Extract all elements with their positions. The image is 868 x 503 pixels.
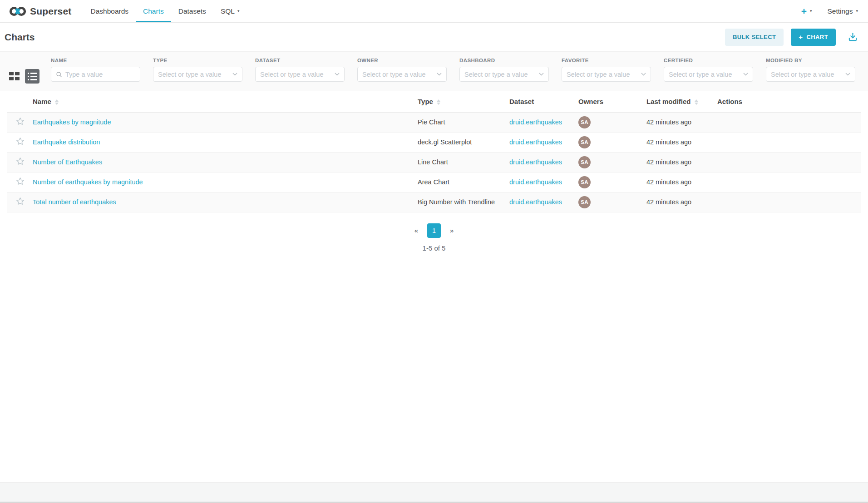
modified-by-filter-select[interactable]: Select or type a value xyxy=(766,67,855,82)
last-modified-column-header[interactable]: Last modified xyxy=(646,91,717,112)
list-view-toggle[interactable] xyxy=(25,69,39,84)
chart-name-link[interactable]: Earthquake distribution xyxy=(33,138,100,146)
favorite-column-header xyxy=(7,91,33,112)
row-actions xyxy=(717,192,861,212)
settings-menu[interactable]: Settings ▾ xyxy=(827,7,858,15)
pagination: « 1 » 1-5 of 5 xyxy=(0,223,868,252)
page-header: Charts BULK SELECT + CHART xyxy=(0,23,868,51)
favorite-star-button[interactable] xyxy=(16,137,25,146)
dataset-link[interactable]: druid.earthquakes xyxy=(509,158,562,166)
filter-field-dataset: DATASET Select or type a value xyxy=(255,58,345,82)
owner-avatar[interactable]: SA xyxy=(578,156,591,168)
owners-column-header: Owners xyxy=(578,91,646,112)
dataset-link[interactable]: druid.earthquakes xyxy=(509,118,562,126)
search-icon xyxy=(56,71,62,78)
list-icon xyxy=(28,79,39,80)
chart-name-link[interactable]: Total number of earthquakes xyxy=(33,198,116,206)
chart-type: deck.gl Scatterplot xyxy=(418,138,472,146)
filter-label: CERTIFIED xyxy=(664,58,753,63)
nav-item-charts[interactable]: Charts xyxy=(136,0,171,22)
previous-page-button[interactable]: « xyxy=(413,225,420,236)
chart-type: Area Chart xyxy=(418,178,449,186)
dataset-link[interactable]: druid.earthquakes xyxy=(509,178,562,186)
add-chart-button[interactable]: + CHART xyxy=(791,29,836,46)
favorite-star-button[interactable] xyxy=(16,177,25,186)
chart-name-link[interactable]: Earthquakes by magnitude xyxy=(33,118,111,126)
page-title: Charts xyxy=(5,32,35,43)
chevron-down-icon xyxy=(641,73,646,76)
page-1-button[interactable]: 1 xyxy=(427,223,441,238)
view-toggles xyxy=(9,69,39,84)
select-placeholder: Select or type a value xyxy=(771,71,845,78)
nav-item-datasets[interactable]: Datasets xyxy=(171,0,213,22)
plus-icon: + xyxy=(801,6,807,16)
new-item-menu[interactable]: + ▾ xyxy=(801,6,812,16)
column-label: Dataset xyxy=(509,98,534,105)
card-view-toggle[interactable] xyxy=(9,72,20,81)
brand-name: Superset xyxy=(30,6,71,17)
filter-field-owner: OWNER Select or type a value xyxy=(357,58,447,82)
last-modified: 42 minutes ago xyxy=(646,138,691,146)
sort-icon xyxy=(437,99,440,105)
bulk-select-button[interactable]: BULK SELECT xyxy=(725,29,784,46)
sort-icon xyxy=(55,99,59,105)
chevron-down-icon: ▾ xyxy=(856,9,858,13)
column-label: Last modified xyxy=(646,98,691,105)
certified-filter-select[interactable]: Select or type a value xyxy=(664,67,753,82)
export-button[interactable] xyxy=(848,32,858,42)
nav-item-sql[interactable]: SQL ▾ xyxy=(213,0,247,22)
chart-name-link[interactable]: Number of Earthquakes xyxy=(33,158,102,166)
dataset-filter-select[interactable]: Select or type a value xyxy=(255,67,345,82)
grid-icon xyxy=(15,72,20,75)
row-actions xyxy=(717,112,861,132)
dashboard-filter-select[interactable]: Select or type a value xyxy=(459,67,549,82)
actions-column-header: Actions xyxy=(717,91,861,112)
column-label: Owners xyxy=(578,98,603,105)
favorite-filter-select[interactable]: Select or type a value xyxy=(562,67,651,82)
filter-label: NAME xyxy=(51,58,140,63)
table-row: Number of Earthquakes Line Chart druid.e… xyxy=(7,152,861,172)
last-modified: 42 minutes ago xyxy=(646,118,691,126)
dataset-link[interactable]: druid.earthquakes xyxy=(509,138,562,146)
plus-icon: + xyxy=(799,33,803,41)
dataset-link[interactable]: druid.earthquakes xyxy=(509,198,562,206)
grid-icon xyxy=(15,77,20,80)
owner-avatar[interactable]: SA xyxy=(578,116,591,128)
infinity-logo-icon xyxy=(9,5,26,17)
owner-filter-select[interactable]: Select or type a value xyxy=(357,67,447,82)
top-navbar: Superset Dashboards Charts Datasets SQL … xyxy=(0,0,868,23)
grid-icon xyxy=(9,72,14,75)
list-icon xyxy=(28,73,39,74)
owner-avatar[interactable]: SA xyxy=(578,196,591,208)
next-page-button[interactable]: » xyxy=(448,225,455,236)
favorite-star-button[interactable] xyxy=(16,197,25,206)
filter-field-certified: CERTIFIED Select or type a value xyxy=(664,58,753,82)
select-placeholder: Select or type a value xyxy=(158,71,232,78)
name-column-header[interactable]: Name xyxy=(33,91,418,112)
owner-avatar[interactable]: SA xyxy=(578,136,591,148)
favorite-star-button[interactable] xyxy=(16,157,25,166)
type-filter-select[interactable]: Select or type a value xyxy=(153,67,242,82)
settings-label: Settings xyxy=(827,7,853,15)
nav-item-dashboards[interactable]: Dashboards xyxy=(83,0,136,22)
superset-logo[interactable]: Superset xyxy=(9,0,71,22)
nav-item-label: Dashboards xyxy=(90,7,128,15)
table-row: Number of earthquakes by magnitude Area … xyxy=(7,172,861,192)
chart-name-link[interactable]: Number of earthquakes by magnitude xyxy=(33,178,143,186)
last-modified: 42 minutes ago xyxy=(646,178,691,186)
filter-label: DATASET xyxy=(255,58,345,63)
chevron-down-icon xyxy=(335,73,340,76)
download-icon xyxy=(848,32,858,42)
column-label: Name xyxy=(33,98,51,105)
nav-item-label: SQL xyxy=(221,7,235,15)
favorite-star-button[interactable] xyxy=(16,117,25,126)
nav-right: + ▾ Settings ▾ xyxy=(801,0,859,22)
chart-type: Big Number with Trendline xyxy=(418,198,495,206)
name-filter-input[interactable] xyxy=(65,71,135,78)
add-chart-label: CHART xyxy=(807,34,829,40)
type-column-header[interactable]: Type xyxy=(418,91,509,112)
filter-label: DASHBOARD xyxy=(459,58,549,63)
sort-icon xyxy=(695,99,698,105)
filter-field-favorite: FAVORITE Select or type a value xyxy=(562,58,651,82)
owner-avatar[interactable]: SA xyxy=(578,176,591,188)
